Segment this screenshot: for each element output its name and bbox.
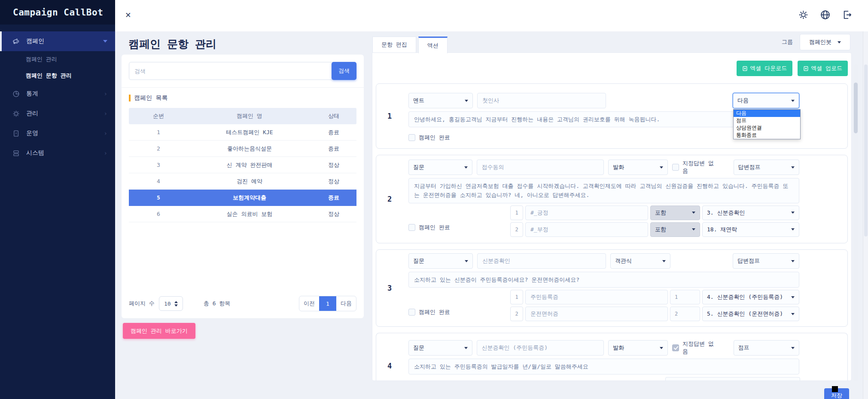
- type-select[interactable]: 질문: [408, 160, 472, 175]
- prev-page-button[interactable]: 이전: [299, 296, 319, 311]
- checkbox[interactable]: [672, 164, 679, 171]
- excel-file-icon: [803, 66, 809, 71]
- campaign-complete-checkbox-group[interactable]: 캠페인 완료: [408, 308, 450, 316]
- window-scrollbar-track[interactable]: [863, 0, 868, 399]
- answer-type-select[interactable]: 발화: [608, 160, 668, 175]
- page-size-select[interactable]: 10: [159, 296, 183, 311]
- table-row[interactable]: 6 실손 의료비 보험 정상: [129, 206, 356, 222]
- jump-select[interactable]: 답변점프: [733, 253, 799, 269]
- question-name-input[interactable]: 신분증확인 (주민등록증): [477, 340, 604, 356]
- table-row[interactable]: 1 테스트캠페인 KJE 종료: [129, 124, 356, 141]
- gear-icon[interactable]: [798, 9, 809, 20]
- cell-status: 정상: [311, 178, 356, 185]
- sidebar-item-label: 통계: [26, 90, 98, 98]
- sidebar-item-manage[interactable]: 관리 ›: [0, 104, 115, 123]
- card-number: 3: [387, 284, 392, 292]
- topbar-icons: [798, 9, 853, 20]
- sidebar-item-campaign-question-manage[interactable]: 캠페인 문항 관리: [0, 68, 115, 84]
- group-select[interactable]: 캠페인봇: [800, 34, 850, 50]
- answer-row: 2 운전면허증 2 5. 신분증확인 (운전면허증): [510, 307, 799, 321]
- no-answer-checkbox-group[interactable]: 지정답변 없음: [672, 160, 719, 175]
- tab-action[interactable]: 액션: [418, 37, 448, 53]
- message-input[interactable]: 소지하고 있는 주민등록증의 발급일자를 년/월/일로 말씀해주세요: [408, 359, 799, 374]
- table-header: 순번 캠페인 명 상태: [129, 108, 356, 124]
- sidebar-item-operations[interactable]: 운영 ›: [0, 123, 115, 143]
- jump-select-open[interactable]: 다음 다음 점프 상담원연결 통화종료: [733, 93, 799, 108]
- jump-select[interactable]: 답변점프: [734, 160, 799, 175]
- checkbox[interactable]: [672, 344, 679, 351]
- question-card-3: 3 질문 신분증확인 객관식 답변점프 소지하고 있는 신분증이 주민등록증이세…: [376, 249, 848, 327]
- message-input[interactable]: 소지하고 있는 신분증이 주민등록증이세요? 운전면허증이세요?: [408, 272, 799, 288]
- answer-number: 2: [510, 307, 523, 321]
- window-scrollbar-thumb[interactable]: [864, 64, 868, 236]
- answer-text-input[interactable]: 주민등록증: [525, 290, 668, 304]
- sidebar-item-campaign[interactable]: 캠페인: [0, 31, 115, 51]
- answer-jump-select[interactable]: 4. 신분증확인 (주민등록증): [702, 290, 799, 304]
- dropdown-option[interactable]: 통화종료: [734, 132, 800, 139]
- sidebar-item-system[interactable]: 시스템 ›: [0, 143, 115, 163]
- chevron-down-icon: [465, 260, 468, 262]
- sidebar-item-stats[interactable]: 통계 ›: [0, 84, 115, 104]
- no-answer-checkbox-group[interactable]: 지정답변 없음: [672, 340, 719, 356]
- dropdown-option[interactable]: 다음: [734, 110, 800, 117]
- type-select[interactable]: 질문: [408, 340, 472, 356]
- globe-icon[interactable]: [820, 9, 831, 20]
- jump-select[interactable]: 점프: [734, 340, 799, 356]
- excel-download-button[interactable]: 엑셀 다운로드: [737, 61, 792, 76]
- question-name-input[interactable]: 신분증확인: [477, 253, 606, 269]
- checkbox[interactable]: [408, 309, 415, 316]
- table-row[interactable]: 4 검진 예약 정상: [129, 173, 356, 190]
- dropdown-option[interactable]: 상담원연결: [734, 124, 800, 132]
- dropdown-option[interactable]: 점프: [734, 117, 800, 124]
- cell-status: 종료: [311, 145, 356, 153]
- message-input[interactable]: 지금부터 가입하신 연금저축보험 대출 접수를 시작하겠습니다. 고객확인제도에…: [408, 178, 799, 203]
- answer-jump-select[interactable]: 3. 신분증확인: [702, 206, 799, 220]
- checkbox[interactable]: [408, 224, 415, 231]
- match-type-select[interactable]: 포함: [650, 206, 700, 220]
- answer-row: 1 주민등록증 1 4. 신분증확인 (주민등록증): [510, 290, 799, 304]
- search-button[interactable]: 검색: [332, 62, 356, 80]
- question-card-2: 2 질문 접수동의 발화 지정답변 없음 답변점프 지금부터 가입하신 연금저축…: [376, 155, 848, 243]
- answer-type-select[interactable]: 객관식: [610, 253, 670, 269]
- resize-handle[interactable]: [832, 386, 838, 392]
- panel-scrollbar-track[interactable]: [853, 64, 858, 381]
- sidebar-item-campaign-manage[interactable]: 캠페인 관리: [0, 51, 115, 68]
- match-type-select[interactable]: 포함: [650, 222, 700, 237]
- close-icon[interactable]: ✕: [125, 10, 131, 19]
- campaign-icon: [12, 37, 20, 46]
- excel-upload-button[interactable]: 엑셀 업로드: [798, 61, 848, 76]
- current-page-button[interactable]: 1: [319, 296, 336, 311]
- page-title: 캠페인 문항 관리: [128, 37, 216, 51]
- chevron-down-icon: [662, 260, 666, 262]
- campaign-list-title: 캠페인 목록: [129, 94, 168, 102]
- question-name-input[interactable]: 접수동의: [477, 160, 604, 175]
- answer-order-input[interactable]: 2: [670, 307, 700, 321]
- table-row-selected[interactable]: 5 보험계약대출 종료: [129, 190, 356, 206]
- type-select[interactable]: 질문: [408, 253, 473, 269]
- checkbox[interactable]: [408, 134, 415, 141]
- answer-type-value: 발화: [613, 163, 624, 171]
- answer-type-select[interactable]: 발화: [608, 340, 668, 356]
- next-page-button[interactable]: 다음: [336, 296, 356, 311]
- answer-text-input[interactable]: 운전면허증: [525, 307, 668, 321]
- campaign-complete-checkbox-group[interactable]: 캠페인 완료: [408, 224, 450, 231]
- panel-scrollbar-thumb[interactable]: [854, 83, 858, 133]
- search-input[interactable]: [129, 62, 333, 80]
- chevron-down-icon: [791, 296, 795, 298]
- answer-text-input[interactable]: #_부정: [525, 222, 648, 237]
- answer-jump-select[interactable]: 18. 재연락: [702, 222, 799, 237]
- campaign-manage-shortcut-button[interactable]: 캠페인 관리 바로가기: [123, 323, 195, 339]
- campaign-complete-checkbox-group[interactable]: 캠페인 완료: [408, 134, 450, 141]
- type-select-value: 질문: [413, 257, 424, 265]
- answer-jump-select[interactable]: 5. 신분증확인 (운전면허증): [702, 307, 799, 321]
- question-name-input[interactable]: 첫인사: [477, 93, 606, 108]
- answer-order-input[interactable]: 1: [670, 290, 700, 304]
- pager: 이전 1 다음: [299, 296, 356, 311]
- table-row[interactable]: 3 신 계약 완전판매 정상: [129, 157, 356, 173]
- tab-question-edit[interactable]: 문항 편집: [372, 37, 416, 53]
- no-answer-label: 지정답변 없음: [682, 160, 719, 175]
- logout-icon[interactable]: [842, 9, 853, 20]
- answer-text-input[interactable]: #_긍정: [525, 206, 648, 220]
- type-select[interactable]: 멘트: [408, 93, 473, 108]
- table-row[interactable]: 2 좋아하는음식설문 종료: [129, 141, 356, 157]
